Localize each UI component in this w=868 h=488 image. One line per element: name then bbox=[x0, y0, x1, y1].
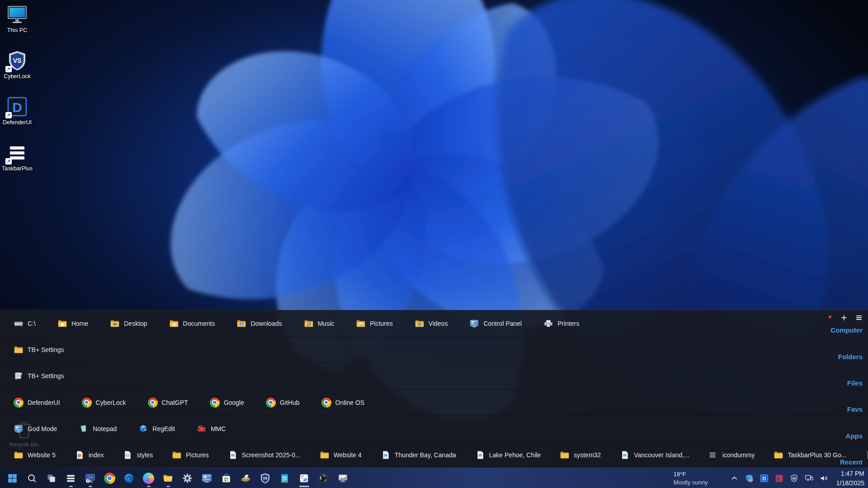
weather-widget[interactable]: 19°F Mostly sunny bbox=[674, 470, 708, 486]
panel-menu-button[interactable] bbox=[854, 313, 863, 322]
recent-screenshot[interactable]: Screenshot 2025-0... bbox=[228, 450, 301, 460]
fav-defenderui[interactable]: DefenderUI bbox=[14, 398, 60, 408]
scroll-icon bbox=[14, 371, 24, 381]
tray-chevron-up-button[interactable] bbox=[729, 471, 741, 486]
taskbarplus-app-taskbar-button[interactable] bbox=[62, 469, 80, 488]
running-indicator bbox=[69, 486, 73, 487]
windows-security-button[interactable] bbox=[744, 471, 755, 486]
folder-downloads-icon bbox=[236, 319, 246, 328]
category-label-favs[interactable]: Favs bbox=[847, 405, 863, 413]
wincompose-tray-button[interactable]: wc bbox=[774, 471, 785, 486]
item-label: TB+ Settings bbox=[28, 372, 64, 380]
videos-folder[interactable]: Videos bbox=[415, 319, 448, 328]
downloads-folder[interactable]: Downloads bbox=[236, 319, 282, 328]
panel-row-computer: C:\HomeDesktopDocumentsDownloadsMusicPic… bbox=[0, 310, 868, 337]
notepad-app-taskbar-button[interactable] bbox=[276, 469, 294, 488]
category-label-recent[interactable]: Recent bbox=[840, 458, 863, 466]
start-taskbar-button[interactable] bbox=[4, 469, 22, 488]
pictures-folder[interactable]: Pictures bbox=[356, 319, 393, 328]
recent-website-4[interactable]: Website 4 bbox=[320, 450, 362, 460]
svg-text:D: D bbox=[12, 100, 22, 115]
taskbarplus-panel: C:\HomeDesktopDocumentsDownloadsMusicPic… bbox=[0, 310, 868, 468]
panel-row-folders: TB+ SettingsFolders bbox=[0, 337, 868, 363]
fav-chatgpt[interactable]: ChatGPT bbox=[148, 398, 188, 408]
paint-taskbar-button[interactable] bbox=[334, 469, 352, 488]
snipping-tool-taskbar-button[interactable] bbox=[295, 469, 313, 488]
folder-icon bbox=[320, 450, 330, 460]
add-item-button[interactable] bbox=[840, 313, 849, 322]
desktop-folder[interactable]: Desktop bbox=[110, 319, 147, 328]
recent-styles[interactable]: cssstyles bbox=[123, 450, 153, 460]
recent-pictures[interactable]: Pictures bbox=[172, 450, 209, 460]
obs-studio-taskbar-button[interactable] bbox=[315, 469, 333, 488]
task-view-taskbar-button[interactable] bbox=[42, 469, 61, 488]
search-taskbar-button[interactable] bbox=[23, 469, 41, 488]
music-folder[interactable]: Music bbox=[304, 319, 335, 328]
chrome-taskbar-button[interactable] bbox=[101, 469, 119, 488]
recent-system32[interactable]: system32 bbox=[560, 450, 601, 460]
documents-folder[interactable]: Documents bbox=[169, 319, 215, 328]
recent-thunder-bay[interactable]: Thunder Bay, Canada bbox=[381, 450, 456, 460]
cyberlock-app-taskbar-button[interactable]: VS bbox=[256, 469, 274, 488]
recent-icondummy[interactable]: icondummy bbox=[708, 450, 755, 460]
fav-google[interactable]: Google bbox=[210, 398, 244, 408]
category-label-files[interactable]: Files bbox=[847, 379, 863, 387]
drive-c[interactable]: C:\ bbox=[14, 319, 36, 328]
tbplus-settings-file[interactable]: TB+ Settings bbox=[14, 371, 64, 381]
clock[interactable]: 1:47 PM 1/18/2025 bbox=[836, 469, 864, 488]
regedit[interactable]: RegEdit bbox=[138, 424, 175, 434]
weather-temperature: 19°F bbox=[674, 470, 708, 479]
recent-vancouver-island[interactable]: Vancouver Island,... bbox=[620, 450, 689, 460]
home-folder[interactable]: Home bbox=[57, 319, 88, 328]
cyberlock-desktop-icon[interactable]: VSCyberLock bbox=[1, 50, 33, 80]
folder-icon bbox=[560, 450, 570, 460]
item-label: Website 5 bbox=[28, 451, 56, 459]
this-pc-desktop-icon[interactable]: This PC bbox=[1, 4, 33, 33]
microsoft-store-taskbar-button[interactable] bbox=[217, 469, 236, 488]
fav-github[interactable]: GitHub bbox=[266, 398, 300, 408]
control-panel-app-taskbar-button[interactable] bbox=[198, 469, 216, 488]
copilot-taskbar-button[interactable] bbox=[140, 469, 158, 488]
edge-taskbar-button[interactable] bbox=[120, 469, 138, 488]
item-label: RegEdit bbox=[152, 425, 175, 432]
defenderui-tray-button[interactable]: D bbox=[759, 471, 770, 486]
defender-d-icon: D bbox=[6, 96, 28, 117]
recent-email[interactable]: email bbox=[865, 450, 868, 460]
control-panel[interactable]: Control Panel bbox=[469, 319, 522, 328]
notepad[interactable]: Notepad bbox=[79, 424, 117, 434]
recent-index[interactable]: index bbox=[75, 450, 104, 460]
file-explorer-taskbar-button[interactable] bbox=[159, 469, 177, 488]
settings-taskbar-button[interactable] bbox=[179, 469, 197, 488]
item-label: Lake Pehoe, Chile bbox=[489, 451, 541, 459]
easy-transfer-taskbar-button[interactable] bbox=[237, 469, 255, 488]
mmc[interactable]: MMC bbox=[197, 424, 226, 434]
printer-icon bbox=[543, 319, 553, 328]
fav-cyberlock[interactable]: CyberLock bbox=[82, 398, 126, 408]
item-label: God Mode bbox=[28, 425, 57, 432]
item-label: TaskbarPlus 30 Go... bbox=[788, 451, 846, 459]
cyberlock-tray-button[interactable]: VS bbox=[788, 471, 800, 486]
recent-website-5[interactable]: Website 5 bbox=[14, 450, 56, 460]
god-mode[interactable]: God Mode bbox=[14, 424, 57, 434]
fav-online-os[interactable]: Online OS bbox=[321, 398, 365, 408]
item-label: Downloads bbox=[250, 320, 282, 327]
row-items: C:\HomeDesktopDocumentsDownloadsMusicPic… bbox=[0, 310, 868, 336]
bars-icon bbox=[65, 473, 76, 484]
control-panel-icon bbox=[469, 319, 479, 328]
item-label: system32 bbox=[574, 451, 601, 459]
pin-panel-button[interactable] bbox=[825, 313, 834, 322]
recent-taskbarplus-30[interactable]: TaskbarPlus 30 Go... bbox=[774, 450, 846, 460]
recent-lake-pehoe[interactable]: Lake Pehoe, Chile bbox=[475, 450, 541, 460]
defenderui-desktop-icon[interactable]: DDefenderUI bbox=[1, 96, 33, 126]
category-label-apps[interactable]: Apps bbox=[846, 432, 863, 440]
svg-text:VS: VS bbox=[793, 477, 796, 480]
category-label-folders[interactable]: Folders bbox=[838, 353, 863, 361]
pc-transfer-taskbar-button[interactable] bbox=[81, 469, 99, 488]
category-label-computer[interactable]: Computer bbox=[830, 326, 863, 334]
network-tray-button[interactable] bbox=[803, 471, 815, 486]
gear-icon bbox=[182, 473, 193, 484]
taskbarplus-desktop-icon[interactable]: TaskbarPlus bbox=[1, 142, 33, 172]
printers[interactable]: Printers bbox=[543, 319, 579, 328]
volume-tray-button[interactable] bbox=[818, 471, 830, 486]
tbplus-settings-folder[interactable]: TB+ Settings bbox=[14, 345, 64, 355]
